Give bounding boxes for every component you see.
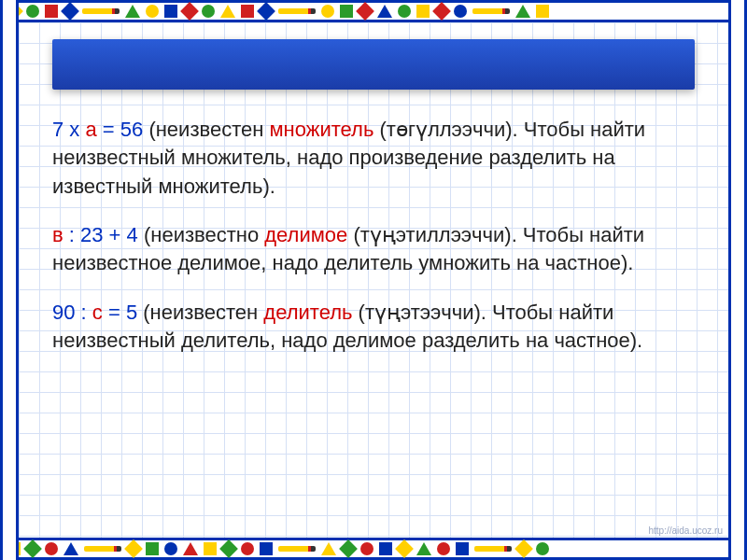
term-intro: (неизвестен: [143, 301, 263, 324]
highlighted-term: делимое: [264, 223, 347, 246]
slide-page: 7 х а = 56 (неизвестен множитель (төгүлл…: [19, 22, 728, 538]
equation-text: 90 :: [52, 301, 92, 324]
decorative-border-right: [728, 0, 747, 560]
term-outro: (төгүллээччи).: [374, 118, 523, 141]
footer-link: http://aida.ucoz.ru: [649, 525, 724, 536]
paragraph-divisor: 90 : с = 5 (неизвестен делитель (түңэтээ…: [52, 299, 695, 356]
paragraph-dividend: в : 23 + 4 (неизвестно делимое (түңэтилл…: [52, 221, 695, 278]
highlighted-term: множитель: [269, 118, 374, 141]
term-outro: (түңэтиллээччи).: [347, 223, 523, 246]
equation-variable: а: [85, 118, 96, 141]
equation-text: = 5: [103, 301, 143, 324]
title-bar: [52, 39, 695, 90]
highlighted-term: делитель: [263, 301, 352, 324]
term-outro: (түңэтээччи).: [352, 301, 492, 324]
equation-variable: с: [92, 301, 103, 324]
term-intro: (неизвестен: [148, 118, 269, 141]
content-body: 7 х а = 56 (неизвестен множитель (төгүлл…: [52, 116, 695, 356]
equation-text: : 23 + 4: [63, 223, 144, 246]
equation-text: = 56: [97, 118, 149, 141]
equation-variable: в: [52, 223, 63, 246]
term-intro: (неизвестно: [144, 223, 264, 246]
paragraph-multiplier: 7 х а = 56 (неизвестен множитель (төгүлл…: [52, 116, 695, 201]
decorative-border-left: [0, 0, 19, 560]
decorative-border-top: [0, 0, 747, 22]
equation-text: 7 х: [52, 118, 85, 141]
decorative-border-bottom: [0, 538, 747, 560]
